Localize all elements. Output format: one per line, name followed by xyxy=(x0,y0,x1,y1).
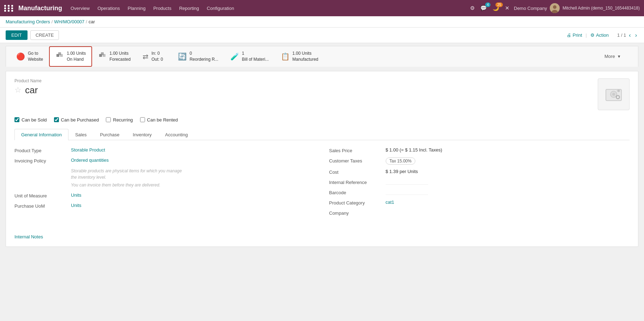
messages-badge: 4 xyxy=(485,2,491,7)
reordering-label: Reordering R... xyxy=(189,57,218,63)
can-be-purchased-checkbox[interactable]: Can be Purchased xyxy=(54,117,99,123)
cost-label: Cost xyxy=(329,169,386,175)
nav-reporting[interactable]: Reporting xyxy=(176,4,203,12)
smart-btn-reordering[interactable]: 🔄 0 Reordering R... xyxy=(172,46,224,67)
topnav-right: ⚙ 💬4 🌙25 ✕ Demo Company Mitchell Admin (… xyxy=(469,3,640,13)
product-type-value[interactable]: Storable Product xyxy=(71,147,105,153)
app-logo[interactable]: Manufacturing xyxy=(4,5,62,12)
cost-value: $ 1.39 per Units xyxy=(386,169,418,174)
bom-count: 1 xyxy=(242,50,269,57)
nav-configuration[interactable]: Configuration xyxy=(203,4,237,12)
purchase-uom-label: Purchase UoM xyxy=(14,203,71,209)
product-name-left: Product Name ☆ car xyxy=(14,78,42,96)
pager-next[interactable]: › xyxy=(634,32,638,38)
product-name-section: Product Name ☆ car xyxy=(14,78,630,110)
invoicing-policy-value[interactable]: Ordered quantities xyxy=(71,157,109,163)
manufactured-line1: 1.00 Units xyxy=(293,50,318,57)
topnav: Manufacturing Overview Operations Planni… xyxy=(0,0,644,16)
form-inner: Product Name ☆ car xyxy=(6,71,638,246)
can-be-purchased-input[interactable] xyxy=(54,117,59,122)
activities-icon[interactable]: 🌙25 xyxy=(491,4,501,12)
smart-btn-website[interactable]: 🔴 Go to Website xyxy=(10,46,49,67)
recurring-checkbox[interactable]: Recurring xyxy=(106,117,133,123)
pager-prev[interactable]: ‹ xyxy=(627,32,632,38)
svg-point-1 xyxy=(553,5,556,9)
product-image[interactable] xyxy=(598,78,630,110)
internal-notes-section: Internal Notes xyxy=(14,234,630,239)
tab-purchase[interactable]: Purchase xyxy=(93,129,126,140)
can-be-purchased-label: Can be Purchased xyxy=(61,117,99,123)
manufactured-line2: Manufactured xyxy=(293,57,318,63)
smart-btn-forecasted[interactable]: 1.00 Units Forecasted xyxy=(92,46,137,67)
messages-icon[interactable]: 💬4 xyxy=(479,4,488,12)
manufactured-icon: 📋 xyxy=(281,52,290,61)
cost-row: Cost $ 1.39 per Units xyxy=(329,169,630,175)
edit-button[interactable]: EDIT xyxy=(6,30,28,40)
tab-general-information[interactable]: General Information xyxy=(14,129,68,140)
breadcrumb-manufacturing-orders[interactable]: Manufacturing Orders xyxy=(6,19,50,24)
nav-operations[interactable]: Operations xyxy=(94,4,124,12)
desc-line1: Storable products are physical items for… xyxy=(71,168,182,174)
customer-taxes-row: Customer Taxes Tax 15.00% xyxy=(329,157,630,165)
on-hand-line1: 1.00 Units xyxy=(67,50,86,57)
in-line: In: 0 xyxy=(151,50,163,57)
action-bar: EDIT CREATE 🖨 Print | ⚙ Action 1 / 1 ‹ › xyxy=(0,28,644,43)
smart-btn-more[interactable]: More ▾ xyxy=(598,46,634,67)
can-be-rented-input[interactable] xyxy=(140,117,145,122)
customer-taxes-label: Customer Taxes xyxy=(329,157,386,164)
close-icon[interactable]: ✕ xyxy=(504,4,511,12)
internal-reference-row: Internal Reference xyxy=(329,179,630,185)
barcode-label: Barcode xyxy=(329,189,386,195)
create-button[interactable]: CREATE xyxy=(30,30,59,40)
uom-label: Unit of Measure xyxy=(14,192,71,198)
tab-sales[interactable]: Sales xyxy=(68,129,94,140)
tab-content-general: Product Type Storable Product Invoicing … xyxy=(14,140,630,227)
out-line: Out: 0 xyxy=(151,57,163,63)
smart-btn-on-hand[interactable]: 1.00 Units On Hand xyxy=(49,46,92,67)
can-be-rented-checkbox[interactable]: Can be Rented xyxy=(140,117,178,123)
more-label: More xyxy=(604,54,615,59)
tabs: General Information Sales Purchase Inven… xyxy=(14,129,630,140)
internal-reference-value[interactable] xyxy=(386,179,428,185)
internal-notes-label[interactable]: Internal Notes xyxy=(14,234,43,239)
tab-accounting[interactable]: Accounting xyxy=(158,129,194,140)
bom-label: Bill of Materi... xyxy=(242,57,269,63)
uom-value[interactable]: Units xyxy=(71,192,82,198)
company-value[interactable] xyxy=(386,210,428,215)
user-avatar[interactable] xyxy=(550,3,560,13)
print-button[interactable]: 🖨 Print xyxy=(567,32,582,38)
product-category-value[interactable]: cat1 xyxy=(386,200,395,205)
nav-products[interactable]: Products xyxy=(150,4,175,12)
desc-line2: the inventory level. xyxy=(71,174,182,180)
tax-badge[interactable]: Tax 15.00% xyxy=(386,157,416,165)
breadcrumb-mo-number[interactable]: WH/MO/00007 xyxy=(54,19,84,24)
barcode-value[interactable] xyxy=(386,189,428,195)
svg-rect-8 xyxy=(101,52,104,55)
app-name: Manufacturing xyxy=(18,5,62,12)
settings-icon[interactable]: ⚙ xyxy=(469,4,476,12)
separator-1: | xyxy=(586,32,587,38)
reordering-count: 0 xyxy=(189,50,218,57)
smart-btn-bom[interactable]: 🧪 1 Bill of Materi... xyxy=(224,46,275,67)
smart-btn-manufactured[interactable]: 📋 1.00 Units Manufactured xyxy=(275,46,324,67)
description-row: Storable products are physical items for… xyxy=(14,168,315,188)
recurring-input[interactable] xyxy=(106,117,111,122)
action-button[interactable]: ⚙ Action xyxy=(590,32,609,38)
sales-price-label: Sales Price xyxy=(329,147,386,153)
nav-overview[interactable]: Overview xyxy=(67,4,93,12)
can-be-sold-input[interactable] xyxy=(14,117,19,122)
favorite-star-icon[interactable]: ☆ xyxy=(14,85,22,95)
website-icon: 🔴 xyxy=(16,52,25,61)
purchase-uom-value[interactable]: Units xyxy=(71,203,82,208)
svg-point-11 xyxy=(612,93,615,96)
nav-planning[interactable]: Planning xyxy=(124,4,149,12)
smart-btn-in-out[interactable]: ⇄ In: 0 Out: 0 xyxy=(137,46,172,67)
can-be-sold-checkbox[interactable]: Can be Sold xyxy=(14,117,47,123)
left-column: Product Type Storable Product Invoicing … xyxy=(14,147,315,220)
checkboxes-row: Can be Sold Can be Purchased Recurring C… xyxy=(14,117,630,123)
tab-inventory[interactable]: Inventory xyxy=(126,129,158,140)
smart-buttons-bar: 🔴 Go to Website 1.00 Units On Hand 1.00 … xyxy=(6,46,638,67)
internal-reference-label: Internal Reference xyxy=(329,179,386,185)
purchase-uom-row: Purchase UoM Units xyxy=(14,203,315,209)
forecasted-line1: 1.00 Units xyxy=(109,50,131,57)
